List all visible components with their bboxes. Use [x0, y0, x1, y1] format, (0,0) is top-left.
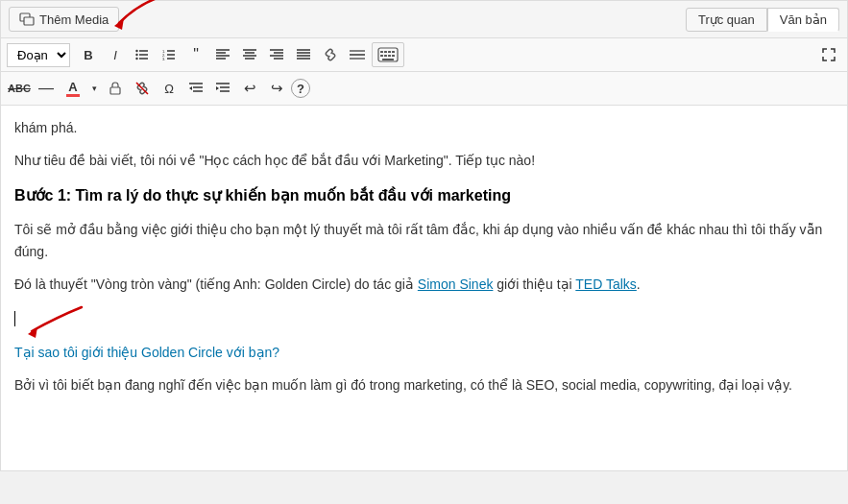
red-arrow-indicator — [105, 0, 182, 37]
redo-button[interactable]: ↪ — [264, 76, 289, 101]
editor-content[interactable]: khám phá. Như tiêu đề bài viết, tôi nói … — [1, 106, 847, 470]
unlink-button[interactable] — [130, 76, 155, 101]
svg-marker-53 — [216, 86, 219, 90]
svg-marker-49 — [189, 86, 192, 90]
align-right-button[interactable] — [264, 42, 289, 67]
simon-sinek-link[interactable]: Simon Sinek — [418, 276, 494, 292]
content-para2: Đó là thuyết "Vòng tròn vàng" (tiếng Anh… — [14, 274, 834, 295]
lock-button[interactable] — [103, 76, 128, 101]
horizontal-line-button[interactable]: — — [34, 76, 59, 101]
text-color-button[interactable]: A — [61, 76, 85, 101]
svg-rect-1 — [24, 17, 34, 25]
editor-container: Thêm Media Trực quan Văn bản Đoạn B I — [0, 0, 848, 471]
outdent-button[interactable] — [183, 76, 208, 101]
svg-rect-42 — [392, 55, 395, 57]
indent-icon — [216, 82, 230, 95]
outdent-icon — [189, 82, 203, 95]
unlink-icon — [135, 82, 149, 95]
content-para3: Bởi vì tôi biết bạn đang nghĩ đến việc b… — [14, 374, 834, 396]
bold-button[interactable]: B — [76, 42, 101, 67]
align-left-icon — [216, 48, 230, 61]
svg-rect-35 — [380, 51, 383, 53]
undo-button[interactable]: ↩ — [237, 76, 262, 101]
ted-talks-link[interactable]: TED Talks — [575, 276, 637, 292]
ordered-list-button[interactable]: 1. 2. 3. — [157, 42, 182, 67]
svg-rect-38 — [392, 51, 395, 53]
svg-point-8 — [135, 58, 137, 60]
svg-text:3.: 3. — [162, 57, 165, 61]
align-left-button[interactable] — [210, 42, 235, 67]
svg-marker-2 — [114, 18, 124, 30]
unordered-list-button[interactable] — [130, 42, 155, 67]
svg-rect-36 — [384, 51, 387, 53]
strikethrough-button[interactable]: ABC — [7, 76, 32, 101]
content-line2: Như tiêu đề bài viết, tôi nói về "Học cá… — [14, 150, 834, 171]
hr-icon — [350, 48, 365, 61]
lock-icon — [109, 82, 121, 95]
keyboard-icon — [377, 47, 399, 62]
special-chars-button[interactable]: Ω — [157, 76, 182, 101]
list-ul-icon — [135, 48, 149, 61]
paragraph-select[interactable]: Đoạn — [7, 43, 70, 67]
keyboard-shortcuts-button[interactable] — [372, 42, 404, 67]
fullscreen-button[interactable] — [816, 42, 841, 67]
add-media-button[interactable]: Thêm Media — [9, 7, 119, 32]
link-icon — [324, 48, 337, 61]
view-tabs: Trực quan Văn bản — [686, 8, 839, 32]
add-media-label: Thêm Media — [39, 12, 109, 27]
svg-point-6 — [135, 50, 137, 52]
svg-rect-44 — [110, 87, 120, 94]
content-line1: khám phá. — [14, 117, 834, 138]
svg-rect-41 — [388, 55, 391, 57]
content-para1: Tôi sẽ mở đầu bằng việc giới thiệu cho b… — [14, 219, 834, 262]
align-center-icon — [243, 48, 256, 61]
italic-button[interactable]: I — [103, 42, 128, 67]
toolbar-row-2: ABC — A ▾ Ω — [1, 72, 847, 106]
align-center-button[interactable] — [237, 42, 262, 67]
svg-point-7 — [135, 54, 137, 56]
tab-visual[interactable]: Trực quan — [686, 8, 767, 32]
align-justify-icon — [297, 48, 310, 61]
toolbar-row-1: Đoạn B I 1. 2. 3. " — [1, 38, 847, 72]
link-button[interactable] — [318, 42, 343, 67]
svg-rect-40 — [384, 55, 387, 57]
help-button[interactable]: ? — [291, 79, 310, 98]
blockquote-button[interactable]: " — [183, 42, 208, 67]
dropdown-arrow-button[interactable]: ▾ — [87, 76, 101, 101]
indent-button[interactable] — [210, 76, 235, 101]
top-bar: Thêm Media Trực quan Văn bản — [1, 1, 847, 38]
svg-rect-39 — [380, 55, 383, 57]
cursor-line — [14, 307, 834, 332]
tab-text[interactable]: Văn bản — [767, 8, 839, 32]
content-blue-line: Tại sao tôi giới thiệu Golden Circle với… — [14, 342, 834, 363]
svg-marker-54 — [28, 327, 37, 338]
cursor-arrow-indicator — [24, 302, 91, 341]
svg-rect-37 — [388, 51, 391, 53]
horizontal-rule-button[interactable] — [345, 42, 370, 67]
align-right-icon — [270, 48, 283, 61]
media-icon — [19, 12, 35, 27]
expand-icon — [822, 48, 836, 61]
list-ol-icon: 1. 2. 3. — [162, 48, 176, 61]
align-justify-button[interactable] — [291, 42, 316, 67]
content-heading: Bước 1: Tìm ra lý do thực sự khiến bạn m… — [14, 183, 834, 208]
svg-rect-43 — [382, 59, 394, 60]
